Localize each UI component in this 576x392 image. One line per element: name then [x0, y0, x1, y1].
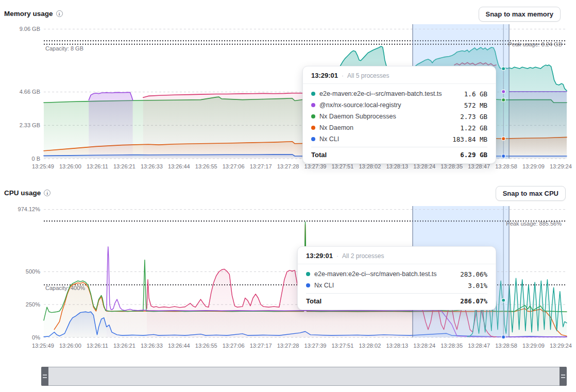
cpu-peak-label: Peak usage: 885.56%	[506, 220, 562, 227]
memory-tooltip-time: 13:29:01	[311, 72, 338, 79]
dot-separator: ·	[342, 72, 344, 79]
x-axis-tick-label: 13:27:06	[223, 343, 245, 349]
series-color-dot-icon	[306, 283, 310, 287]
x-axis-tick-label: 13:28:13	[386, 343, 408, 349]
x-axis-tick-label: 13:29:09	[522, 343, 545, 349]
x-axis-tick-label: 13:28:58	[495, 163, 517, 169]
process-value: 1.6 GB	[464, 90, 487, 98]
brush-left-handle[interactable]	[41, 367, 48, 386]
series-color-dot-icon	[311, 114, 315, 118]
cpu-tooltip-time: 13:29:01	[306, 252, 333, 260]
process-name: Nx CLI	[314, 282, 464, 289]
memory-info-icon[interactable]: i	[56, 10, 63, 17]
series-purple-area	[89, 92, 132, 159]
x-axis-tick-label: 13:28:58	[495, 343, 517, 349]
memory-usage-title: Memory usage	[4, 10, 53, 18]
memory-tooltip-total-row: Total 6.29 GB	[311, 147, 487, 163]
x-axis-tick-label: 13:26:11	[87, 163, 108, 169]
cpu-y-axis: 974.12%500%250%0%	[0, 206, 40, 337]
tooltip-process-row: Nx Daemon1.22 GB	[311, 122, 487, 133]
cpu-tooltip-total-value: 286.07%	[460, 297, 487, 305]
hover-marker-purple	[502, 90, 505, 93]
memory-tooltip-subtitle: All 5 processes	[347, 72, 389, 79]
dot-separator: ·	[336, 252, 338, 260]
process-value: 1.22 GB	[460, 124, 487, 132]
process-value: 183.84 MB	[452, 135, 487, 143]
cpu-tooltip-total-label: Total	[306, 297, 321, 305]
process-value: 2.73 GB	[460, 113, 487, 121]
tooltip-process-row: Nx CLI183.84 MB	[311, 133, 487, 145]
process-name: Nx Daemon Subprocesses	[319, 113, 456, 120]
x-axis-tick-label: 13:26:33	[141, 163, 163, 169]
series-color-dot-icon	[311, 92, 315, 96]
process-value: 283.06%	[460, 270, 487, 278]
snap-to-max-cpu-button[interactable]: Snap to max CPU	[496, 186, 566, 201]
x-axis-tick-label: 13:28:47	[468, 343, 490, 349]
memory-y-axis: 9.06 GB4.66 GB2.33 GB0 B	[0, 24, 40, 159]
x-axis-tick-label: 13:26:11	[87, 343, 108, 349]
x-axis-tick-label: 13:28:35	[441, 163, 463, 169]
x-axis-tick-label: 13:26:33	[141, 343, 163, 349]
series-color-dot-icon	[306, 272, 310, 276]
memory-tooltip: 13:29:01 · All 5 processes e2e-maven:e2e…	[302, 66, 496, 164]
cpu-info-icon[interactable]: i	[44, 190, 50, 196]
snap-to-max-memory-button[interactable]: Snap to max memory	[479, 7, 561, 22]
series-color-dot-icon	[311, 137, 315, 141]
x-axis-tick-label: 13:26:55	[195, 163, 217, 169]
x-axis-tick-label: 13:29:09	[522, 163, 545, 169]
x-axis-tick-label: 13:27:39	[304, 343, 327, 349]
x-axis-tick-label: 13:26:00	[59, 163, 81, 169]
process-value: 572 MB	[464, 101, 487, 109]
x-axis-tick-label: 13:27:39	[304, 163, 327, 169]
cpu-tooltip-total-row: Total 286.07%	[306, 293, 487, 310]
tooltip-process-row: e2e-maven:e2e-ci--src/maven-batch.test.t…	[306, 268, 487, 280]
drag-handle-icon	[561, 374, 565, 378]
x-axis-tick-label: 13:26:55	[195, 343, 217, 349]
x-axis-tick-label: 13:25:49	[32, 343, 54, 349]
y-axis-tick-label: 500%	[26, 268, 40, 275]
x-axis-tick-label: 13:27:51	[332, 163, 354, 169]
x-axis-tick-label: 13:28:47	[468, 163, 490, 169]
brush-right-handle[interactable]	[560, 367, 567, 386]
x-axis-tick-label: 13:27:28	[277, 343, 299, 349]
cpu-tooltip-subtitle: All 2 processes	[342, 252, 384, 260]
y-axis-tick-label: 4.66 GB	[20, 89, 40, 95]
x-axis-tick-label: 13:27:17	[250, 343, 272, 349]
y-axis-tick-label: 9.06 GB	[20, 26, 40, 32]
process-name: Nx Daemon	[319, 124, 456, 131]
x-axis-tick-label: 13:28:24	[413, 343, 435, 349]
x-axis-tick-label: 13:29:24	[550, 163, 572, 169]
y-axis-tick-label: 0%	[32, 334, 40, 340]
y-axis-tick-label: 0 B	[31, 156, 40, 162]
x-axis-tick-label: 13:27:51	[332, 343, 354, 349]
x-axis-tick-label: 13:27:17	[250, 163, 272, 169]
cpu-usage-title: CPU usage	[4, 189, 41, 197]
memory-x-axis: 13:25:4913:26:0013:26:1113:26:2113:26:33…	[32, 163, 572, 169]
timeline-brush[interactable]	[41, 367, 567, 386]
cpu-tooltip: 13:29:01 · All 2 processes e2e-maven:e2e…	[297, 246, 496, 310]
process-name: e2e-maven:e2e-ci--src/maven-batch.test.t…	[314, 270, 456, 278]
tooltip-process-row: e2e-maven:e2e-ci--src/maven-batch.test.t…	[311, 88, 487, 99]
tooltip-process-row: Nx CLI3.01%	[306, 280, 487, 291]
process-name: Nx CLI	[319, 135, 448, 143]
x-axis-tick-label: 13:28:02	[359, 343, 381, 349]
x-axis-tick-label: 13:25:49	[32, 163, 54, 169]
hover-marker-orange	[502, 137, 505, 141]
x-axis-tick-label: 13:26:21	[113, 163, 135, 169]
x-axis-tick-label: 13:29:24	[550, 343, 572, 349]
memory-tooltip-total-label: Total	[311, 151, 327, 159]
hover-marker-blue	[502, 155, 505, 158]
x-axis-tick-label: 13:26:21	[113, 343, 135, 349]
y-axis-tick-label: 2.33 GB	[20, 122, 40, 128]
memory-peak-label: Peak usage: 8.24 GB	[508, 41, 562, 47]
x-axis-tick-label: 13:28:02	[359, 163, 381, 169]
process-value: 3.01%	[468, 282, 487, 289]
x-axis-tick-label: 13:27:28	[277, 163, 299, 169]
y-axis-tick-label: 250%	[26, 301, 40, 308]
cpu-capacity-label: Capacity: 400%	[45, 285, 85, 291]
hover-marker-teal	[502, 298, 505, 302]
cpu-x-axis: 13:25:4913:26:0013:26:1113:26:2113:26:33…	[32, 343, 572, 349]
x-axis-tick-label: 13:26:00	[59, 343, 81, 349]
drag-handle-icon	[43, 374, 47, 378]
tooltip-process-row: Nx Daemon Subprocesses2.73 GB	[311, 111, 487, 122]
